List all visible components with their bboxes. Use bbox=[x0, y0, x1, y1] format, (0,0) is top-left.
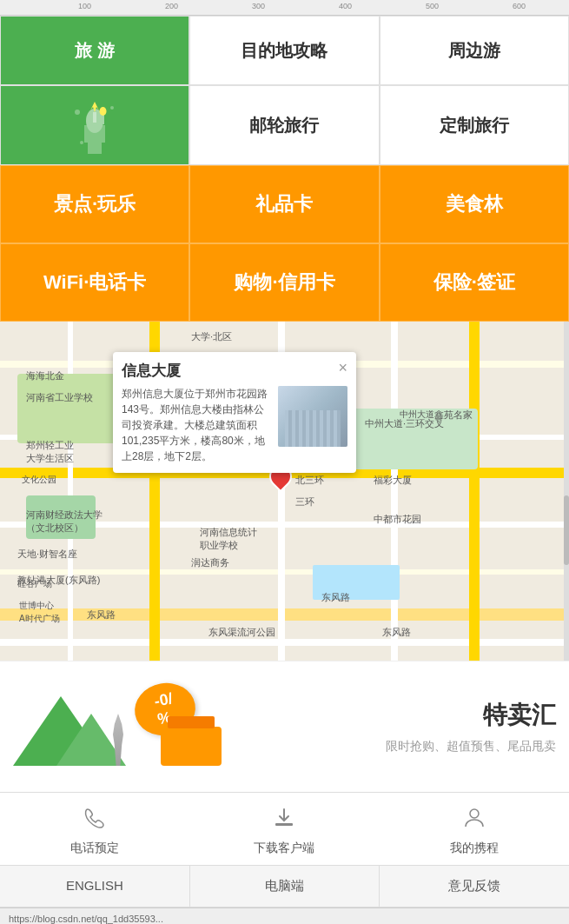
food-label: 美食林 bbox=[446, 191, 503, 217]
popup-content: 郑州信息大厦位于郑州市花园路143号。郑州信息大楼由指林公司投资承建。大楼总建筑… bbox=[122, 386, 347, 464]
nav-custom[interactable]: 定制旅行 bbox=[380, 85, 569, 165]
map-label-culture: 文化公园 bbox=[22, 474, 56, 486]
map-label-commerce: 润达商务 bbox=[191, 556, 229, 569]
attractions-label: 景点·玩乐 bbox=[54, 191, 136, 217]
nav-attractions[interactable]: 景点·玩乐 bbox=[0, 165, 189, 243]
popup-image bbox=[278, 386, 347, 447]
promo-text-section: 特卖汇 限时抢购、超值预售、尾品甩卖 bbox=[235, 699, 556, 754]
nav-wifi[interactable]: WiFi·电话卡 bbox=[0, 243, 189, 322]
ruler-tick-400: 400 bbox=[339, 2, 352, 10]
cruise-label: 邮轮旅行 bbox=[249, 114, 319, 137]
promo-box bbox=[161, 727, 222, 766]
footer-desktop[interactable]: 电脑端 bbox=[190, 866, 380, 907]
url-text: https://blog.csdn.net/qq_1dd35593... bbox=[9, 914, 163, 924]
ruler-tick-300: 300 bbox=[252, 2, 265, 10]
promo-subtitle: 限时抢购、超值预售、尾品甩卖 bbox=[235, 739, 556, 754]
travel-label: 旅 游 bbox=[75, 39, 115, 63]
footer-english[interactable]: ENGLISH bbox=[0, 866, 190, 907]
nav-destination[interactable]: 目的地攻略 bbox=[189, 16, 379, 85]
liberty-icon bbox=[69, 95, 121, 156]
nav-travel[interactable]: 旅 游 bbox=[0, 16, 189, 85]
nav-shopping[interactable]: 购物·信用卡 bbox=[189, 243, 379, 322]
map-label-garden: 中都市花园 bbox=[374, 513, 421, 526]
nav-cruise[interactable]: 邮轮旅行 bbox=[189, 85, 379, 165]
custom-label: 定制旅行 bbox=[440, 114, 509, 137]
nav-row-2: 邮轮旅行 定制旅行 bbox=[0, 85, 569, 165]
person-icon bbox=[462, 806, 486, 836]
building-illustration bbox=[278, 386, 347, 447]
map-label-university: 大学·北区 bbox=[191, 330, 232, 343]
footer-feedback[interactable]: 意见反馈 bbox=[380, 866, 569, 907]
popup-text: 郑州信息大厦位于郑州市花园路143号。郑州信息大楼由指林公司投资承建。大楼总建筑… bbox=[122, 386, 271, 464]
map-label-haihai: 海海北金 bbox=[26, 369, 64, 382]
promo-title: 特卖汇 bbox=[235, 699, 556, 732]
map-label-eastwind3: 东风路 bbox=[382, 626, 411, 639]
download-icon bbox=[272, 806, 296, 836]
shopping-label: 购物·信用卡 bbox=[234, 269, 334, 296]
insurance-label: 保险·签证 bbox=[433, 269, 515, 296]
map-label-xinyuan: 鑫苑名家 bbox=[434, 409, 473, 422]
map-label-work-school: 郑州轻工业大学生活区 bbox=[26, 439, 74, 465]
scrollbar-thumb[interactable] bbox=[564, 495, 569, 565]
nearby-label: 周边游 bbox=[448, 39, 500, 63]
popup-title: 信息大厦 bbox=[122, 361, 347, 381]
popup-close-button[interactable]: × bbox=[338, 359, 347, 377]
url-bar: https://blog.csdn.net/qq_1dd35593... bbox=[0, 907, 569, 924]
map-label-third-ring: 三环 bbox=[295, 495, 314, 509]
map-label-silicon: 硅谷广场 bbox=[17, 578, 52, 590]
nav-insurance[interactable]: 保险·签证 bbox=[380, 243, 569, 322]
ruler: 100 200 300 400 500 600 bbox=[0, 0, 569, 16]
nav-nearby[interactable]: 周边游 bbox=[380, 16, 569, 85]
svg-point-11 bbox=[470, 809, 479, 818]
svg-point-9 bbox=[80, 141, 83, 144]
map-label-middlecity: 中州大道 bbox=[400, 409, 434, 421]
nav-liberty[interactable] bbox=[0, 85, 189, 165]
svg-point-7 bbox=[75, 110, 80, 115]
download-label: 下载客户端 bbox=[254, 841, 314, 856]
map-area-park1 bbox=[17, 374, 122, 443]
map-label-expo: 世博中心 bbox=[19, 600, 54, 612]
promo-section[interactable]: -0/% 特卖汇 限时抢购、超值预售、尾品甩卖 bbox=[0, 661, 569, 792]
map-popup: 信息大厦 × 郑州信息大厦位于郑州市花园路143号。郑州信息大楼由指林公司投资承… bbox=[113, 352, 356, 473]
ruler-tick-200: 200 bbox=[165, 2, 178, 10]
map-label-eastwind2: 东风路 bbox=[321, 591, 350, 604]
map-road-v1 bbox=[68, 322, 73, 661]
map-label-river: 东风渠流河公园 bbox=[208, 626, 275, 639]
profile-label: 我的携程 bbox=[450, 841, 499, 856]
footer-links: ENGLISH 电脑端 意见反馈 bbox=[0, 865, 569, 907]
map-label-age: A时代广场 bbox=[19, 613, 60, 625]
svg-point-8 bbox=[110, 106, 114, 110]
map-container[interactable]: 大学·北区 海海北金 河南省工业学校 郑州轻工业大学生活区 河南财经政法大学（文… bbox=[0, 322, 569, 661]
nav-gift-card[interactable]: 礼品卡 bbox=[189, 165, 379, 243]
map-label-statistics: 河南信息统计职业学校 bbox=[200, 526, 257, 552]
scrollbar[interactable] bbox=[564, 322, 569, 661]
nav-food[interactable]: 美食林 bbox=[380, 165, 569, 243]
promo-illustration: -0/% bbox=[13, 679, 222, 774]
map-road-v4 bbox=[391, 322, 398, 661]
destination-label: 目的地攻略 bbox=[241, 39, 328, 63]
bottom-nav-phone[interactable]: 电话预定 bbox=[0, 801, 189, 861]
svg-point-6 bbox=[100, 107, 107, 116]
gift-card-label: 礼品卡 bbox=[255, 191, 313, 217]
svg-rect-10 bbox=[275, 823, 293, 826]
nav-row-4: WiFi·电话卡 购物·信用卡 保险·签证 bbox=[0, 243, 569, 322]
map-label-eastwind: 东风路 bbox=[87, 608, 116, 622]
map-label-financial: 天地·财智名座 bbox=[17, 548, 77, 561]
nav-row-1: 旅 游 目的地攻略 周边游 bbox=[0, 16, 569, 85]
svg-rect-3 bbox=[93, 112, 96, 123]
map-road-v5-thick bbox=[469, 322, 480, 661]
bottom-nav-download[interactable]: 下载客户端 bbox=[189, 801, 379, 861]
nav-row-3: 景点·玩乐 礼品卡 美食林 bbox=[0, 165, 569, 243]
bottom-nav-profile[interactable]: 我的携程 bbox=[380, 801, 569, 861]
map-label-north3: 北三环 bbox=[295, 474, 324, 487]
ruler-tick-100: 100 bbox=[78, 2, 91, 10]
map-section[interactable]: 大学·北区 海海北金 河南省工业学校 郑州轻工业大学生活区 河南财经政法大学（文… bbox=[0, 322, 569, 661]
map-label-finance-univ: 河南财经政法大学（文北校区） bbox=[26, 509, 103, 535]
map-label-industrial: 河南省工业学校 bbox=[26, 391, 93, 404]
ruler-tick-500: 500 bbox=[426, 2, 439, 10]
ruler-tick-600: 600 bbox=[513, 2, 526, 10]
phone-label: 电话预定 bbox=[70, 841, 119, 856]
navigation-grid: 旅 游 目的地攻略 周边游 bbox=[0, 16, 569, 322]
wifi-label: WiFi·电话卡 bbox=[43, 269, 146, 296]
map-label-happy: 福彩大厦 bbox=[374, 474, 412, 487]
